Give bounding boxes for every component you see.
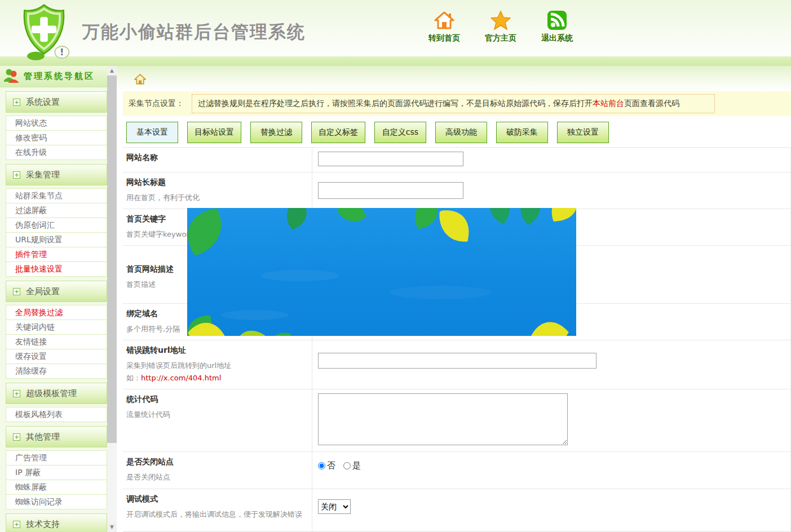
form-row-stats-code: 统计代码 流量统计代码	[123, 389, 790, 451]
radio-option-no[interactable]: 否	[318, 460, 335, 471]
nav-official-site-label: 官方主页	[479, 33, 522, 43]
tab-advanced-features[interactable]: 高级功能	[435, 122, 487, 143]
tab-custom-css[interactable]: 自定义css	[374, 122, 426, 143]
sidebar-item-online-upgrade[interactable]: 在线升级	[6, 145, 107, 160]
svg-text:!: !	[60, 47, 64, 57]
admin-page: ! 万能小偷站群后台管理系统 转到首页	[0, 0, 791, 532]
field-label: 错误跳转url地址	[126, 345, 307, 356]
debug-mode-select[interactable]: 关闭	[318, 499, 351, 514]
sidebar-section-system-settings[interactable]: + 系统设置	[6, 91, 107, 113]
sidebar-item-keyword-inner-links[interactable]: 关键词内链	[6, 320, 107, 335]
tab-replace-filter[interactable]: 替换过滤	[250, 122, 302, 143]
sidebar: 管理系统导航区 + 系统设置 网站状态 修改密码 在线升级 + 采集管理 站群采…	[0, 66, 107, 532]
form-row-site-name: 网站名称	[123, 147, 790, 172]
form-row-error-redirect-url: 错误跳转url地址 采集到错误页后跳转到的url地址 如：http://x.co…	[123, 340, 790, 389]
sidebar-item-pseudo-original-words[interactable]: 伪原创词汇	[6, 218, 107, 233]
censored-overlay-image	[187, 208, 576, 336]
sidebar-section-label: 其他管理	[26, 432, 60, 442]
header: ! 万能小偷站群后台管理系统 转到首页	[0, 0, 791, 56]
sidebar-item-ad-management[interactable]: 广告管理	[6, 451, 107, 466]
scroll-up-arrow-icon[interactable]: ▲	[107, 66, 117, 76]
field-hint: 采集到错误页后跳转到的url地址 如：http://x.com/404.html	[126, 360, 307, 384]
tab-target-site-settings[interactable]: 目标站设置	[187, 122, 241, 143]
users-icon	[3, 68, 19, 85]
sidebar-item-ip-block[interactable]: IP 屏蔽	[6, 466, 107, 480]
sidebar-item-change-password[interactable]: 修改密码	[6, 131, 107, 145]
sidebar-item-site-status[interactable]: 网站状态	[6, 116, 107, 131]
site-front-link[interactable]: 本站前台	[593, 99, 624, 108]
field-hint: 开启调试模式后，将输出调试信息，便于发现解决错误	[126, 508, 307, 521]
sidebar-section-super-template[interactable]: + 超级模板管理	[6, 383, 107, 404]
sidebar-section-label: 超级模板管理	[26, 388, 77, 399]
notice-label: 采集节点设置：	[129, 99, 192, 109]
sidebar-section-label: 采集管理	[26, 170, 60, 180]
radio-option-yes[interactable]: 是	[343, 460, 361, 471]
field-label: 统计代码	[126, 394, 307, 405]
breadcrumb-home-icon[interactable]	[134, 73, 146, 85]
tab-anti-block-collect[interactable]: 破防采集	[496, 122, 548, 143]
settings-tabs: 基本设置 目标站设置 替换过滤 自定义标签 自定义css 高级功能 破防采集 独…	[126, 122, 791, 143]
tab-independent-settings[interactable]: 独立设置	[557, 122, 609, 143]
sidebar-group: 广告管理 IP 屏蔽 蜘蛛屏蔽 蜘蛛访问记录	[6, 450, 107, 509]
sidebar-scrollbar[interactable]: ▲ ▼	[107, 66, 117, 532]
sidebar-item-spider-visit-log[interactable]: 蜘蛛访问记录	[6, 495, 107, 509]
home-icon	[423, 6, 466, 30]
sidebar-group: 全局替换过滤 关键词内链 友情链接 缓存设置 清除缓存	[6, 305, 107, 379]
sidebar-item-collection-nodes[interactable]: 站群采集节点	[6, 189, 107, 203]
close-site-radio-yes[interactable]	[343, 462, 351, 469]
close-site-radio-group: 否 是	[318, 460, 790, 471]
error-redirect-url-input[interactable]	[318, 353, 596, 369]
sidebar-section-global-settings[interactable]: + 全局设置	[6, 281, 107, 302]
form-row-long-title: 网站长标题 用在首页，有利于优化	[123, 172, 790, 209]
sidebar-item-batch-quick-settings[interactable]: 批量快速设置	[6, 262, 107, 277]
sidebar-item-clear-cache[interactable]: 清除缓存	[6, 364, 107, 379]
sidebar-section-other-management[interactable]: + 其他管理	[6, 426, 107, 447]
sidebar-group: 网站状态 修改密码 在线升级	[6, 116, 107, 160]
sidebar-item-global-replace-filter[interactable]: 全局替换过滤	[6, 305, 107, 320]
sidebar-header: 管理系统导航区	[0, 66, 107, 87]
sidebar-item-url-rules[interactable]: URL规则设置	[6, 233, 107, 247]
sidebar-item-template-style-list[interactable]: 模板风格列表	[6, 407, 107, 422]
long-title-input[interactable]	[318, 182, 463, 199]
sidebar-item-cache-settings[interactable]: 缓存设置	[6, 349, 107, 364]
sidebar-menu: + 系统设置 网站状态 修改密码 在线升级 + 采集管理 站群采集节点 过滤屏蔽…	[0, 91, 107, 532]
stats-code-textarea[interactable]	[318, 393, 568, 445]
site-name-input[interactable]	[318, 152, 463, 166]
sidebar-group: 站群采集节点 过滤屏蔽 伪原创词汇 URL规则设置 插件管理 批量快速设置	[6, 188, 107, 277]
field-label: 调试模式	[126, 494, 307, 504]
sidebar-section-label: 系统设置	[26, 97, 60, 108]
nav-go-home[interactable]: 转到首页	[423, 6, 466, 43]
field-hint: 流量统计代码	[126, 409, 307, 421]
notice-text-after: 页面查看源代码	[624, 99, 679, 108]
rss-icon	[536, 6, 578, 30]
notice-text: 过滤替换规则是在程序处理之后执行，请按照采集后的页面源代码进行编写，不是目标站原…	[192, 94, 715, 113]
expand-plus-icon: +	[13, 433, 20, 441]
sidebar-item-plugin-management[interactable]: 插件管理	[6, 247, 107, 262]
sidebar-item-friend-links[interactable]: 友情链接	[6, 335, 107, 349]
tab-basic-settings[interactable]: 基本设置	[126, 122, 178, 143]
sidebar-section-collection-management[interactable]: + 采集管理	[6, 164, 107, 185]
expand-plus-icon: +	[13, 521, 20, 528]
sidebar-section-tech-support[interactable]: + 技术支持	[6, 513, 107, 532]
scrollbar-thumb[interactable]	[107, 76, 117, 443]
top-nav: 转到首页 官方主页 退	[423, 6, 578, 43]
scroll-down-arrow-icon[interactable]: ▼	[107, 522, 117, 532]
settings-form: 网站名称 网站长标题 用在首页，有利于优化	[123, 147, 791, 531]
sidebar-section-label: 全局设置	[26, 286, 60, 297]
sidebar-section-label: 技术支持	[26, 519, 60, 530]
sidebar-item-spider-block[interactable]: 蜘蛛屏蔽	[6, 480, 107, 495]
sidebar-title: 管理系统导航区	[24, 71, 95, 82]
sidebar-item-filter-block[interactable]: 过滤屏蔽	[6, 203, 107, 218]
field-hint-example-prefix: 如：	[126, 374, 141, 382]
close-site-radio-no[interactable]	[318, 462, 325, 469]
nav-go-home-label: 转到首页	[423, 33, 466, 43]
tab-custom-tags[interactable]: 自定义标签	[311, 122, 365, 143]
error-url-example-link[interactable]: http://x.com/404.html	[141, 374, 221, 382]
nav-logout[interactable]: 退出系统	[536, 6, 578, 43]
notice-text-before: 过滤替换规则是在程序处理之后执行，请按照采集后的页面源代码进行编写，不是目标站原…	[198, 99, 593, 108]
expand-plus-icon: +	[13, 390, 20, 397]
header-divider	[0, 56, 791, 66]
field-label: 网站长标题	[126, 178, 307, 188]
nav-official-site[interactable]: 官方主页	[479, 6, 522, 43]
radio-yes-label: 是	[352, 460, 361, 471]
